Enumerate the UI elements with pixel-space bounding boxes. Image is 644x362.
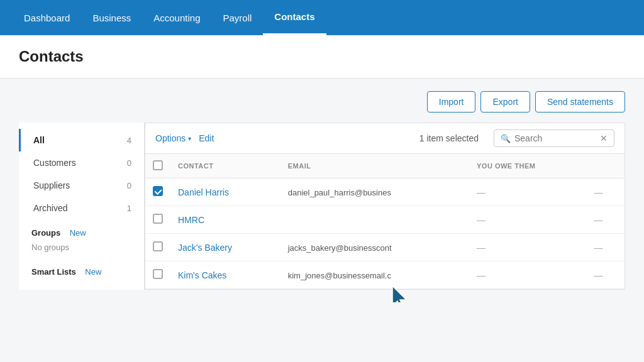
sidebar-customers-label: Customers [33, 158, 76, 168]
main-layout: All 4 Customers 0 Suppliers 0 Archived 1… [19, 123, 625, 290]
contacts-table-area: Options ▾ Edit 1 item selected 🔍 ✕ [145, 123, 625, 290]
contact-name[interactable]: Daniel Harris [178, 187, 229, 197]
contact-name[interactable]: Jack's Bakery [178, 243, 232, 253]
row-checkbox[interactable] [153, 186, 163, 196]
they-owe-value: — [594, 215, 603, 225]
contact-email: daniel_paul_harris@busines [288, 188, 391, 197]
table-header-row: CONTACT EMAIL YOU OWE THEM [145, 154, 625, 178]
sidebar-all-label: All [33, 135, 45, 145]
row-checkbox-cell[interactable] [145, 261, 170, 289]
groups-section-header: Groups New [19, 219, 144, 240]
row-owe-them-cell: — [469, 206, 587, 234]
row-contact-cell: HMRC [170, 206, 280, 234]
search-icon: 🔍 [501, 134, 511, 143]
row-email-cell [280, 206, 469, 234]
sidebar-item-suppliers[interactable]: Suppliers 0 [19, 174, 144, 197]
col-you-owe-them: YOU OWE THEM [469, 154, 587, 178]
nav-business[interactable]: Business [81, 0, 142, 35]
row-contact-cell: Kim's Cakes [170, 261, 280, 289]
action-bar: Import Export Send statements [19, 91, 625, 112]
page-title: Contacts [19, 48, 625, 65]
row-checkbox-cell[interactable] [145, 206, 170, 234]
row-checkbox-cell[interactable] [145, 178, 170, 206]
owe-them-value: — [477, 215, 486, 225]
sidebar-all-count: 4 [127, 136, 131, 145]
row-checkbox-cell[interactable] [145, 234, 170, 261]
no-groups-text: No groups [19, 240, 144, 258]
sidebar-suppliers-label: Suppliers [33, 180, 70, 190]
they-owe-value: — [594, 243, 603, 253]
table-row: Jack's Bakery jacks_bakery@businesscont … [145, 234, 625, 261]
sidebar-suppliers-count: 0 [127, 181, 131, 190]
row-they-owe-cell: — [587, 261, 625, 289]
smart-lists-title: Smart Lists [31, 267, 76, 277]
contact-email: kim_jones@businessemail.c [288, 271, 391, 280]
export-button[interactable]: Export [480, 91, 530, 112]
contacts-table: CONTACT EMAIL YOU OWE THEM Daniel Harris [145, 154, 625, 289]
row-they-owe-cell: — [587, 178, 625, 206]
search-input[interactable] [514, 133, 596, 143]
row-they-owe-cell: — [587, 206, 625, 234]
content-area: Import Export Send statements All 4 Cust… [0, 79, 644, 302]
contact-name[interactable]: Kim's Cakes [178, 270, 226, 280]
nav-payroll[interactable]: Payroll [211, 0, 263, 35]
options-button[interactable]: Options ▾ [155, 133, 191, 143]
groups-new-button[interactable]: New [70, 228, 86, 238]
sidebar: All 4 Customers 0 Suppliers 0 Archived 1… [19, 123, 145, 290]
chevron-down-icon: ▾ [188, 135, 191, 142]
sidebar-item-archived[interactable]: Archived 1 [19, 197, 144, 219]
owe-them-value: — [477, 270, 486, 280]
search-box: 🔍 ✕ [494, 129, 614, 147]
options-label: Options [155, 133, 186, 143]
row-checkbox[interactable] [153, 241, 163, 251]
smart-lists-new-button[interactable]: New [85, 267, 101, 277]
sidebar-item-all[interactable]: All 4 [19, 129, 144, 151]
selected-count-text: 1 item selected [419, 133, 479, 143]
row-email-cell: daniel_paul_harris@busines [280, 178, 469, 206]
sidebar-archived-label: Archived [33, 203, 67, 213]
nav-contacts[interactable]: Contacts [263, 0, 326, 35]
table-row: Daniel Harris daniel_paul_harris@busines… [145, 178, 625, 206]
clear-search-icon[interactable]: ✕ [600, 133, 608, 143]
import-button[interactable]: Import [427, 91, 476, 112]
table-row: Kim's Cakes kim_jones@businessemail.c — … [145, 261, 625, 289]
col-checkbox [145, 154, 170, 178]
col-contact: CONTACT [170, 154, 280, 178]
row-contact-cell: Jack's Bakery [170, 234, 280, 261]
they-owe-value: — [594, 187, 603, 197]
row-owe-them-cell: — [469, 261, 587, 289]
row-email-cell: kim_jones@businessemail.c [280, 261, 469, 289]
sidebar-archived-count: 1 [127, 204, 131, 213]
select-all-checkbox[interactable] [153, 160, 163, 170]
table-row: HMRC — — [145, 206, 625, 234]
owe-them-value: — [477, 243, 486, 253]
nav-accounting[interactable]: Accounting [142, 0, 211, 35]
row-checkbox[interactable] [153, 214, 163, 224]
contact-email: jacks_bakery@businesscont [288, 243, 392, 253]
edit-button[interactable]: Edit [199, 133, 214, 143]
smart-lists-section-header: Smart Lists New [19, 258, 144, 279]
contact-name[interactable]: HMRC [178, 215, 204, 225]
table-toolbar: Options ▾ Edit 1 item selected 🔍 ✕ [145, 123, 625, 154]
page-header: Contacts [0, 35, 644, 79]
groups-title: Groups [31, 228, 60, 238]
sidebar-customers-count: 0 [127, 158, 131, 168]
sidebar-item-customers[interactable]: Customers 0 [19, 151, 144, 174]
top-navigation: Dashboard Business Accounting Payroll Co… [0, 0, 644, 35]
row-contact-cell: Daniel Harris [170, 178, 280, 206]
owe-them-value: — [477, 187, 486, 197]
they-owe-value: — [594, 270, 603, 280]
row-owe-them-cell: — [469, 178, 587, 206]
row-email-cell: jacks_bakery@businesscont [280, 234, 469, 261]
row-checkbox[interactable] [153, 269, 163, 279]
row-owe-them-cell: — [469, 234, 587, 261]
col-email: EMAIL [280, 154, 469, 178]
send-statements-button[interactable]: Send statements [535, 91, 625, 112]
nav-dashboard[interactable]: Dashboard [13, 0, 81, 35]
col-they-owe [587, 154, 625, 178]
row-they-owe-cell: — [587, 234, 625, 261]
